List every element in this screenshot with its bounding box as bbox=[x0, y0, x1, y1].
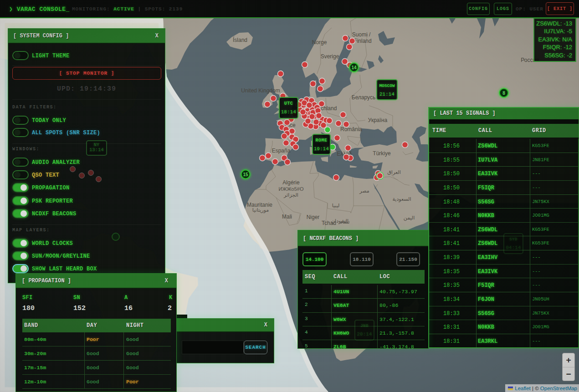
svg-text:الجزائر: الجزائر bbox=[283, 192, 298, 198]
svg-text:ИЖЖо5#О: ИЖЖо5#О bbox=[278, 186, 303, 192]
svg-text:السعودية: السعودية bbox=[392, 196, 411, 202]
svg-text:Suomi /: Suomi / bbox=[352, 31, 371, 38]
svg-text:Ísland: Ísland bbox=[233, 36, 247, 43]
svg-text:Türkiye: Türkiye bbox=[373, 150, 391, 157]
svg-text:15: 15 bbox=[243, 172, 248, 177]
svg-text:8: 8 bbox=[502, 91, 505, 96]
svg-text:اليمن: اليمن bbox=[404, 215, 415, 221]
svg-text:Norge: Norge bbox=[312, 39, 327, 46]
svg-text:Niger: Niger bbox=[307, 214, 320, 220]
svg-text:العراق: العراق bbox=[387, 169, 400, 175]
svg-text:السودان: السودان bbox=[331, 218, 348, 224]
svg-text:Mali: Mali bbox=[282, 214, 292, 220]
svg-text:Україна: Україна bbox=[368, 117, 388, 123]
svg-text:Algérie: Algérie bbox=[282, 179, 300, 186]
svg-text:Finland: Finland bbox=[354, 38, 371, 44]
svg-text:România: România bbox=[340, 126, 362, 132]
svg-text:ليبيا: ليبيا bbox=[332, 203, 340, 208]
svg-text:مصر: مصر bbox=[359, 188, 369, 194]
svg-text:United Kingdom: United Kingdom bbox=[241, 87, 280, 94]
svg-text:España: España bbox=[272, 148, 291, 154]
svg-text:موريتانيا: موريتانيا bbox=[252, 207, 269, 213]
svg-text:Беларусь: Беларусь bbox=[352, 94, 375, 101]
svg-text:14: 14 bbox=[351, 65, 357, 70]
svg-text:Sverige: Sverige bbox=[321, 53, 339, 60]
